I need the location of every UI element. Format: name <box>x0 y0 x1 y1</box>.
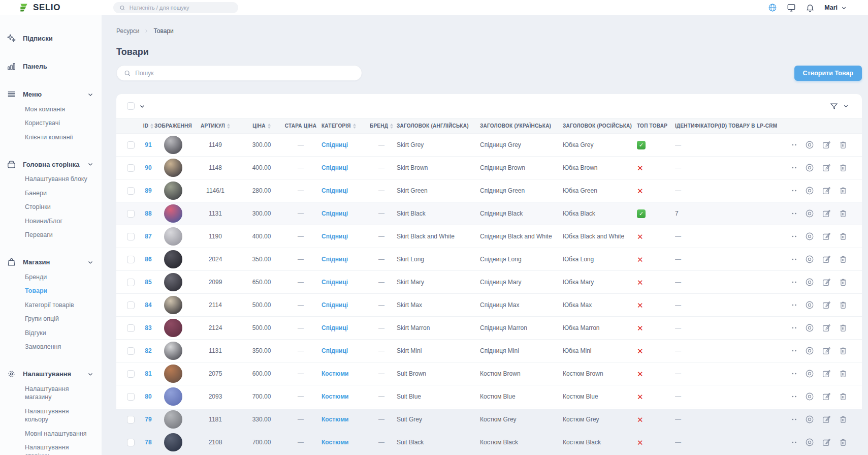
product-image[interactable] <box>164 159 182 177</box>
delete-button[interactable] <box>839 163 848 172</box>
row-checkbox[interactable] <box>127 233 135 240</box>
row-checkbox[interactable] <box>127 370 135 378</box>
sidebar-item[interactable]: Налаштування блоку <box>0 172 102 187</box>
edit-button[interactable] <box>822 415 831 424</box>
row-checkbox[interactable] <box>127 393 135 401</box>
category-link[interactable]: Спідниці <box>322 347 348 354</box>
category-link[interactable]: Спідниці <box>322 301 348 309</box>
column-header[interactable]: ЦІНА <box>243 123 280 129</box>
product-id-link[interactable]: 90 <box>145 164 151 171</box>
view-button[interactable] <box>805 300 814 310</box>
product-id-link[interactable]: 87 <box>145 233 151 240</box>
sidebar-item[interactable]: Переваги <box>0 228 102 242</box>
view-button[interactable] <box>805 163 814 172</box>
view-button[interactable] <box>805 209 814 218</box>
view-button[interactable] <box>805 278 814 287</box>
column-header[interactable]: БРЕНД <box>366 123 397 129</box>
sidebar-item[interactable]: Клієнти компанії <box>0 130 102 144</box>
product-id-link[interactable]: 78 <box>145 439 151 446</box>
more-actions-button[interactable] <box>792 186 797 195</box>
view-button[interactable] <box>805 232 814 241</box>
row-checkbox[interactable] <box>127 141 135 149</box>
row-checkbox[interactable] <box>127 347 135 355</box>
user-menu[interactable]: Mari <box>824 4 847 11</box>
category-link[interactable]: Спідниці <box>322 141 348 148</box>
category-link[interactable]: Спідниці <box>322 187 348 194</box>
product-id-link[interactable]: 89 <box>145 187 151 194</box>
delete-button[interactable] <box>839 346 848 355</box>
more-actions-button[interactable] <box>792 438 797 447</box>
view-button[interactable] <box>805 186 814 195</box>
edit-button[interactable] <box>822 346 831 355</box>
product-id-link[interactable]: 81 <box>145 370 151 377</box>
product-id-link[interactable]: 82 <box>145 347 151 354</box>
more-actions-button[interactable] <box>792 323 797 332</box>
product-image[interactable] <box>164 227 182 246</box>
more-actions-button[interactable] <box>792 232 797 241</box>
view-button[interactable] <box>805 369 814 378</box>
row-checkbox[interactable] <box>127 164 135 172</box>
delete-button[interactable] <box>839 415 848 424</box>
sidebar-section-1[interactable]: Панель <box>0 58 102 74</box>
product-image[interactable] <box>164 387 182 406</box>
more-actions-button[interactable] <box>792 209 797 218</box>
view-button[interactable] <box>805 392 814 401</box>
sidebar-item[interactable]: Користувачі <box>0 116 102 131</box>
edit-button[interactable] <box>822 140 831 149</box>
delete-button[interactable] <box>839 392 848 401</box>
product-image[interactable] <box>164 181 182 200</box>
product-image[interactable] <box>164 365 182 383</box>
delete-button[interactable] <box>839 209 848 218</box>
desktop-preview-icon[interactable] <box>787 3 796 12</box>
product-id-link[interactable]: 80 <box>145 393 151 400</box>
sidebar-item[interactable]: Бренди <box>0 270 102 284</box>
global-search-input[interactable] <box>130 5 232 11</box>
more-actions-button[interactable] <box>792 392 797 401</box>
delete-button[interactable] <box>839 300 848 310</box>
edit-button[interactable] <box>822 438 831 447</box>
category-link[interactable]: Спідниці <box>322 279 348 286</box>
row-checkbox[interactable] <box>127 301 135 309</box>
product-id-link[interactable]: 85 <box>145 279 151 286</box>
edit-button[interactable] <box>822 186 831 195</box>
delete-button[interactable] <box>839 140 848 149</box>
product-id-link[interactable]: 83 <box>145 324 151 331</box>
more-actions-button[interactable] <box>792 369 797 378</box>
category-link[interactable]: Спідниці <box>322 210 348 217</box>
row-checkbox[interactable] <box>127 324 135 332</box>
edit-button[interactable] <box>822 232 831 241</box>
sidebar-section-5[interactable]: Налаштування <box>0 366 102 382</box>
sidebar-item[interactable]: Налаштування кольору <box>0 404 102 427</box>
delete-button[interactable] <box>839 186 848 195</box>
sidebar-item[interactable]: Налаштування магазину <box>0 382 102 404</box>
delete-button[interactable] <box>839 369 848 378</box>
row-checkbox[interactable] <box>127 256 135 263</box>
sidebar-section-0[interactable]: Підписки <box>0 31 102 46</box>
sidebar-section-2[interactable]: Меню <box>0 86 102 102</box>
category-link[interactable]: Спідниці <box>322 164 348 171</box>
product-image[interactable] <box>164 204 182 223</box>
category-link[interactable]: Спідниці <box>322 233 348 240</box>
more-actions-button[interactable] <box>792 278 797 287</box>
row-checkbox[interactable] <box>127 439 135 446</box>
edit-button[interactable] <box>822 255 831 264</box>
product-image[interactable] <box>164 136 182 154</box>
product-image[interactable] <box>164 342 182 360</box>
row-checkbox[interactable] <box>127 416 135 423</box>
product-image[interactable] <box>164 296 182 314</box>
sidebar-section-3[interactable]: Головна сторінка <box>0 157 102 172</box>
view-button[interactable] <box>805 140 814 149</box>
create-product-button[interactable]: Створити Товар <box>794 66 862 81</box>
category-link[interactable]: Костюми <box>322 393 348 400</box>
bulk-actions-chevron-icon[interactable] <box>139 103 145 109</box>
sidebar-item[interactable]: Банери <box>0 186 102 200</box>
products-search-input[interactable] <box>135 70 355 77</box>
product-image[interactable] <box>164 433 182 451</box>
product-image[interactable] <box>164 273 182 291</box>
sidebar-item[interactable]: Сторінки <box>0 200 102 215</box>
delete-button[interactable] <box>839 438 848 447</box>
products-search[interactable] <box>116 65 362 81</box>
edit-button[interactable] <box>822 300 831 310</box>
column-header[interactable]: АРТИКУЛ <box>187 123 243 129</box>
more-actions-button[interactable] <box>792 415 797 424</box>
